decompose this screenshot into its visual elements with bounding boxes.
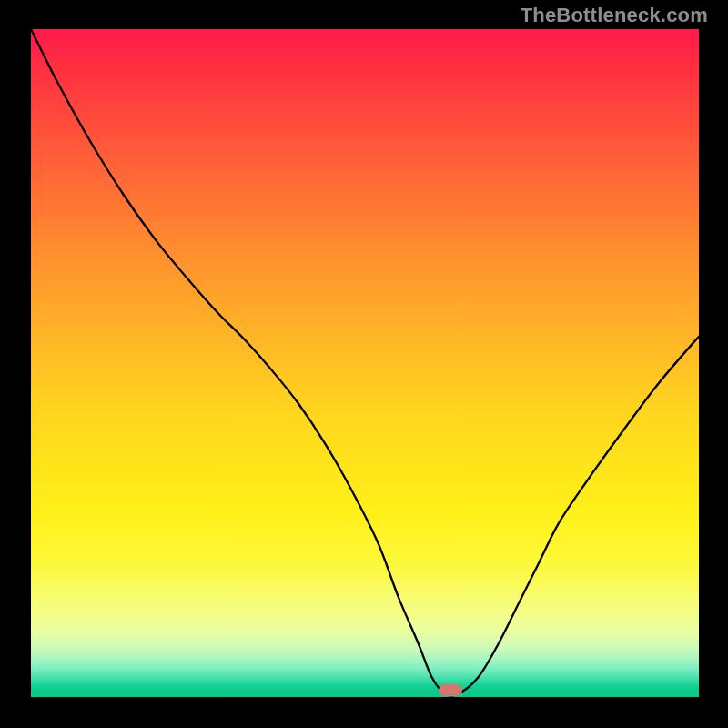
bottleneck-curve xyxy=(31,29,699,697)
chart-frame: TheBottleneck.com xyxy=(0,0,728,728)
optimal-point-marker xyxy=(439,684,462,696)
watermark-text: TheBottleneck.com xyxy=(521,4,708,27)
plot-area xyxy=(31,29,699,697)
